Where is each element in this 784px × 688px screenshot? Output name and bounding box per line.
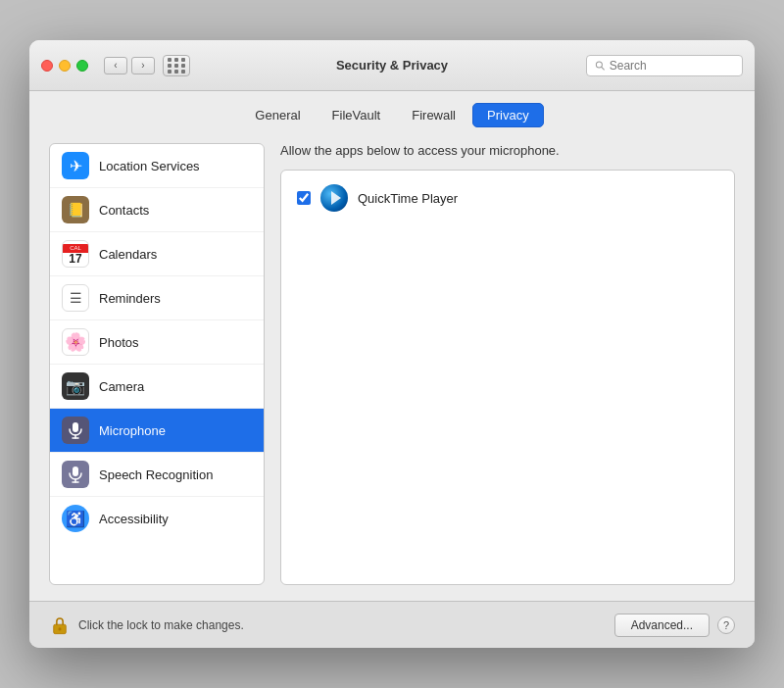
- sidebar-item-label-accessibility: Accessibility: [99, 512, 169, 526]
- window-title: Security & Privacy: [336, 58, 448, 73]
- sidebar-item-calendars[interactable]: CAL 17 Calendars: [50, 232, 264, 276]
- svg-rect-5: [73, 467, 78, 476]
- search-bar[interactable]: [586, 55, 743, 76]
- sidebar-item-reminders[interactable]: ☰ Reminders: [50, 276, 264, 320]
- sidebar: ✈ Location Services 📒 Contacts CAL 17 Ca…: [49, 143, 265, 585]
- nav-buttons: ‹ ›: [104, 57, 155, 74]
- search-icon: [595, 60, 606, 72]
- sidebar-item-label-speech: Speech Recognition: [99, 467, 213, 482]
- bottom-bar: Click the lock to make changes. Advanced…: [29, 601, 755, 648]
- sidebar-item-accessibility[interactable]: ♿ Accessibility: [50, 497, 264, 540]
- tab-filevault[interactable]: FileVault: [318, 103, 396, 127]
- system-preferences-window: ‹ › Security & Privacy General FileVault…: [29, 40, 755, 648]
- content-area: ✈ Location Services 📒 Contacts CAL 17 Ca…: [29, 127, 755, 601]
- quicktime-checkbox[interactable]: [297, 191, 311, 205]
- app-item-quicktime: QuickTime Player: [289, 178, 726, 218]
- sidebar-item-location[interactable]: ✈ Location Services: [50, 144, 264, 188]
- apps-grid-icon: [168, 58, 186, 74]
- back-button[interactable]: ‹: [104, 57, 127, 74]
- sidebar-item-photos[interactable]: 🌸 Photos: [50, 320, 264, 365]
- maximize-button[interactable]: [76, 60, 88, 72]
- tab-general[interactable]: General: [240, 103, 315, 127]
- sidebar-item-label-contacts: Contacts: [99, 203, 149, 218]
- quicktime-name: QuickTime Player: [358, 191, 458, 206]
- forward-button[interactable]: ›: [131, 57, 155, 74]
- svg-rect-9: [58, 627, 61, 630]
- lock-icon: [49, 614, 71, 636]
- microphone-icon: [62, 417, 89, 444]
- minimize-button[interactable]: [59, 60, 71, 72]
- photos-icon: 🌸: [62, 328, 89, 356]
- advanced-button[interactable]: Advanced...: [614, 614, 710, 637]
- sidebar-item-contacts[interactable]: 📒 Contacts: [50, 188, 264, 232]
- calendars-icon: CAL 17: [62, 240, 89, 268]
- sidebar-item-label-camera: Camera: [99, 379, 144, 394]
- location-icon: ✈: [62, 152, 89, 179]
- apps-list-box: QuickTime Player: [280, 170, 735, 585]
- reminders-icon: ☰: [62, 284, 89, 312]
- search-input[interactable]: [610, 59, 734, 73]
- sidebar-item-label-microphone: Microphone: [99, 423, 166, 438]
- apps-grid-button[interactable]: [163, 55, 190, 76]
- sidebar-item-camera[interactable]: 📷 Camera: [50, 365, 264, 409]
- titlebar: ‹ › Security & Privacy: [29, 40, 755, 91]
- help-button[interactable]: ?: [717, 616, 735, 634]
- contacts-icon: 📒: [62, 196, 89, 223]
- sidebar-item-label-location: Location Services: [99, 159, 200, 173]
- svg-line-1: [602, 67, 605, 70]
- close-button[interactable]: [41, 60, 53, 72]
- sidebar-item-label-calendars: Calendars: [99, 247, 157, 262]
- tab-privacy[interactable]: Privacy: [472, 103, 544, 127]
- sidebar-item-label-reminders: Reminders: [99, 291, 161, 306]
- quicktime-icon: [320, 184, 348, 212]
- sidebar-item-microphone[interactable]: Microphone: [50, 409, 264, 453]
- svg-rect-2: [73, 422, 78, 432]
- accessibility-icon: ♿: [62, 505, 89, 532]
- tabs-bar: General FileVault Firewall Privacy: [29, 91, 755, 127]
- sidebar-item-speech[interactable]: Speech Recognition: [50, 453, 264, 497]
- camera-icon: 📷: [62, 372, 89, 400]
- main-panel: Allow the apps below to access your micr…: [280, 143, 735, 585]
- speech-icon: [62, 461, 89, 488]
- sidebar-item-label-photos: Photos: [99, 335, 138, 350]
- lock-text: Click the lock to make changes.: [78, 618, 244, 632]
- traffic-lights: [41, 60, 88, 72]
- panel-description: Allow the apps below to access your micr…: [280, 143, 735, 158]
- tab-firewall[interactable]: Firewall: [397, 103, 470, 127]
